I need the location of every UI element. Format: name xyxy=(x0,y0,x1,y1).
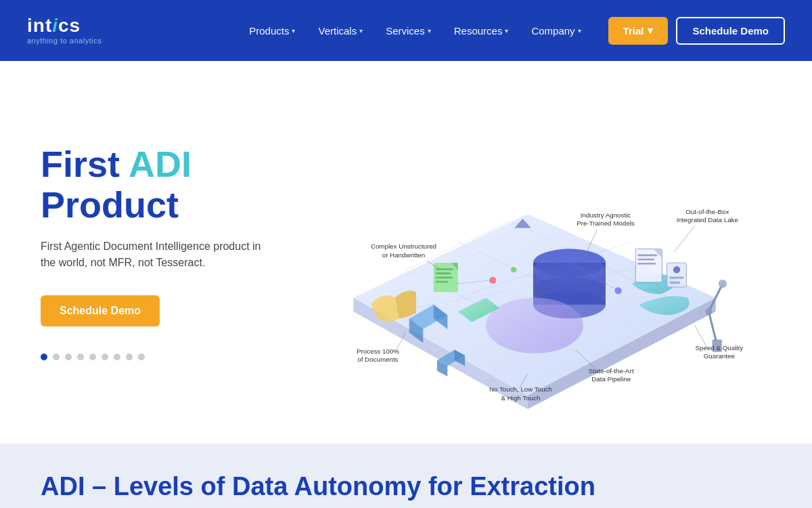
logo-tagline: anything to analytics xyxy=(27,37,102,45)
hero-diagram: Industry Agnostic Pre-Trained Models Out… xyxy=(298,61,771,444)
svg-text:or Handwritten: or Handwritten xyxy=(382,251,426,259)
svg-point-15 xyxy=(486,297,583,353)
chevron-down-icon: ▾ xyxy=(505,27,508,35)
svg-rect-31 xyxy=(637,259,654,261)
carousel-dot-7[interactable] xyxy=(114,354,120,360)
svg-text:Pre-Trained Models: Pre-Trained Models xyxy=(577,219,635,227)
header: intics anything to analytics Products ▾ … xyxy=(0,0,812,61)
svg-point-44 xyxy=(511,267,516,272)
trial-button[interactable]: Trial ▾ xyxy=(608,17,669,45)
svg-line-39 xyxy=(708,312,715,339)
carousel-dot-5[interactable] xyxy=(89,354,96,360)
svg-text:Guarantee: Guarantee xyxy=(704,352,735,360)
hero-subtitle: First Agentic Document Intelligence prod… xyxy=(41,238,298,271)
svg-text:Complex Unstructured: Complex Unstructured xyxy=(371,242,436,250)
svg-text:& High Touch: & High Touch xyxy=(501,394,540,402)
svg-text:Data Pipeline: Data Pipeline xyxy=(591,375,631,383)
svg-rect-26 xyxy=(436,277,453,279)
carousel-dot-4[interactable] xyxy=(77,354,84,360)
hero-title-product: Product xyxy=(41,185,298,225)
hero-left: First ADI Product First Agentic Document… xyxy=(41,144,298,360)
carousel-dot-9[interactable] xyxy=(138,354,145,360)
svg-point-40 xyxy=(719,280,727,288)
nav-verticals[interactable]: Verticals ▾ xyxy=(309,20,372,42)
svg-text:Out-of-the-Box: Out-of-the-Box xyxy=(685,208,729,215)
hero-title-first: First xyxy=(41,144,129,184)
nav-buttons: Trial ▾ Schedule Demo xyxy=(608,17,785,45)
nav-company[interactable]: Company ▾ xyxy=(522,20,590,42)
main-nav: Products ▾ Verticals ▾ Services ▾ Resour… xyxy=(240,17,785,45)
carousel-dot-2[interactable] xyxy=(53,354,60,360)
svg-rect-32 xyxy=(637,263,656,265)
schedule-demo-hero-button[interactable]: Schedule Demo xyxy=(41,295,160,326)
carousel-dot-8[interactable] xyxy=(126,354,133,360)
carousel-dot-3[interactable] xyxy=(65,354,72,360)
svg-text:Process 100%: Process 100% xyxy=(357,347,399,355)
carousel-dot-6[interactable] xyxy=(102,354,108,360)
svg-text:No Touch, Low Touch: No Touch, Low Touch xyxy=(489,385,552,393)
hero-title: First ADI Product xyxy=(41,144,298,225)
carousel-dot-1[interactable] xyxy=(41,354,47,360)
hero-right: Industry Agnostic Pre-Trained Models Out… xyxy=(298,61,771,444)
svg-text:of Documents: of Documents xyxy=(357,356,398,363)
bottom-title: ADI – Levels of Data Autonomy for Extrac… xyxy=(41,472,595,501)
chevron-down-icon: ▾ xyxy=(578,27,581,35)
svg-rect-27 xyxy=(436,281,449,283)
nav-products[interactable]: Products ▾ xyxy=(240,20,304,42)
svg-text:State-of-the-Art: State-of-the-Art xyxy=(589,367,634,375)
svg-rect-30 xyxy=(637,255,657,257)
hero-title-adi: ADI xyxy=(129,144,191,184)
svg-rect-24 xyxy=(436,268,453,270)
svg-point-41 xyxy=(705,308,712,315)
chevron-down-icon: ▾ xyxy=(359,27,363,35)
svg-text:Industry Agnostic: Industry Agnostic xyxy=(581,211,631,219)
svg-point-35 xyxy=(673,266,680,273)
svg-rect-37 xyxy=(670,282,680,284)
svg-line-54 xyxy=(674,226,695,252)
nav-services[interactable]: Services ▾ xyxy=(376,20,441,42)
schedule-demo-header-button[interactable]: Schedule Demo xyxy=(676,17,785,45)
svg-text:Speed & Quality: Speed & Quality xyxy=(696,344,744,352)
carousel-dots xyxy=(41,354,298,360)
bottom-section: ADI – Levels of Data Autonomy for Extrac… xyxy=(0,444,812,508)
logo: intics anything to analytics xyxy=(27,16,102,45)
svg-rect-25 xyxy=(436,272,451,274)
logo-text: intics xyxy=(27,16,81,35)
chevron-down-icon: ▾ xyxy=(292,27,295,35)
hero-section: First ADI Product First Agentic Document… xyxy=(0,61,812,444)
svg-rect-36 xyxy=(670,277,684,279)
svg-text:Integrated Data Lake: Integrated Data Lake xyxy=(677,216,738,224)
chevron-down-icon: ▾ xyxy=(428,27,431,35)
chevron-down-icon: ▾ xyxy=(648,24,653,37)
nav-resources[interactable]: Resources ▾ xyxy=(445,20,518,42)
